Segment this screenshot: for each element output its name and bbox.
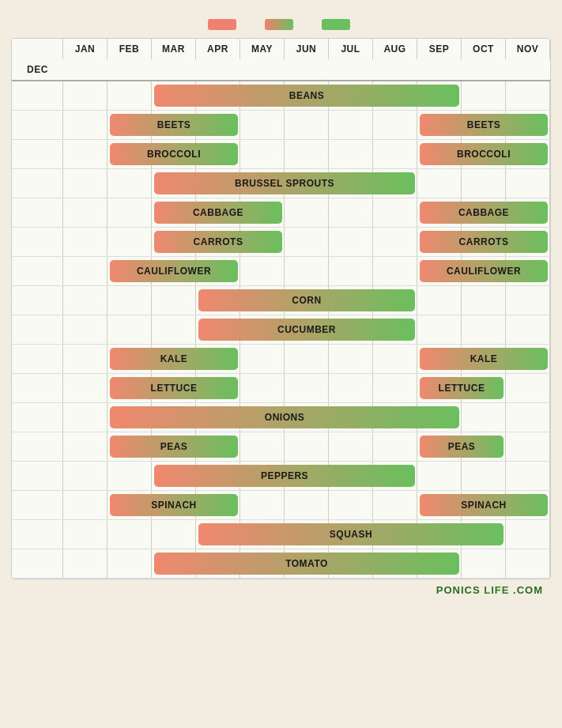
crop-bar-beans: BEANS: [154, 85, 459, 107]
row-col: [107, 169, 152, 198]
crop-bar-corn: CORN: [198, 289, 415, 311]
legend: [11, 19, 551, 30]
crop-row: TOMATO: [12, 549, 550, 579]
row-col: [285, 198, 329, 227]
row-col: [152, 286, 196, 315]
row-col: [329, 198, 373, 227]
row-col: [63, 462, 107, 490]
row-col: [373, 491, 417, 519]
row-col: [12, 140, 63, 168]
row-col: [12, 169, 63, 198]
row-col: [240, 432, 285, 461]
crop-row: CORN: [12, 286, 550, 315]
row-col: [285, 257, 329, 285]
crop-bar-cabbage: CABBAGE: [420, 202, 548, 224]
month-header-jul: JUL: [329, 39, 373, 59]
crop-bar-spinach: SPINACH: [420, 494, 548, 516]
row-col: [152, 520, 196, 549]
crop-bar-broccoli: BROCCOLI: [110, 143, 238, 165]
row-col: [506, 374, 550, 402]
row-col: [285, 345, 329, 373]
row-col: [373, 257, 417, 285]
month-header-feb: FEB: [107, 39, 152, 59]
row-col: [462, 549, 506, 578]
row-col: [12, 403, 63, 432]
crop-bar-lettuce: LETTUCE: [110, 377, 238, 399]
crop-bar-beets: BEETS: [420, 114, 548, 136]
row-col: [506, 286, 550, 315]
crop-row: ONIONS: [12, 403, 550, 432]
row-col: [240, 257, 285, 285]
crop-row: SQUASH: [12, 520, 550, 549]
row-col: [285, 432, 329, 461]
row-col: [373, 345, 417, 373]
row-col: [12, 549, 63, 578]
row-col: [63, 549, 107, 578]
row-col: [373, 228, 417, 256]
row-col: [417, 286, 462, 315]
crop-bar-peas: PEAS: [110, 436, 238, 458]
month-header-sep: SEP: [417, 39, 462, 59]
row-col: [12, 432, 63, 461]
row-col: [12, 286, 63, 315]
crop-bar-onions: ONIONS: [110, 406, 459, 428]
crop-bar-kale: KALE: [110, 348, 238, 370]
crop-row: SPINACHSPINACH: [12, 491, 550, 520]
row-col: [107, 286, 152, 315]
row-col: [329, 345, 373, 373]
month-header-mar: MAR: [152, 39, 196, 59]
crop-bar-tomato: TOMATO: [154, 553, 459, 575]
row-col: [373, 198, 417, 227]
row-col: [63, 345, 107, 373]
crop-row: PEPPERS: [12, 462, 550, 491]
row-col: [462, 462, 506, 490]
row-col: [12, 81, 63, 110]
row-col: [285, 140, 329, 168]
crop-row: KALEKALE: [12, 345, 550, 374]
row-col: [506, 462, 550, 490]
row-col: [373, 111, 417, 139]
row-col: [63, 198, 107, 227]
row-col: [63, 286, 107, 315]
row-col: [329, 228, 373, 256]
crop-bar-cauliflower: CAULIFLOWER: [420, 260, 548, 282]
row-col: [506, 432, 550, 461]
crop-bar-cucumber: CUCUMBER: [198, 319, 415, 341]
month-header-nov: NOV: [506, 39, 550, 59]
crop-row: BRUSSEL SPROUTS: [12, 169, 550, 198]
legend-indoor: [208, 19, 241, 30]
row-col: [12, 111, 63, 139]
crop-row: CAULIFLOWERCAULIFLOWER: [12, 257, 550, 286]
row-col: [107, 520, 152, 549]
crop-bar-peas: PEAS: [420, 436, 504, 458]
row-col: [285, 228, 329, 256]
crop-row: CUCUMBER: [12, 315, 550, 345]
crop-bar-kale: KALE: [420, 348, 548, 370]
footer: PONICS LIFE .COM: [11, 579, 551, 596]
row-col: [240, 374, 285, 402]
crop-bar-brussel-sprouts: BRUSSEL SPROUTS: [154, 172, 415, 194]
row-col: [12, 257, 63, 285]
row-col: [12, 374, 63, 402]
row-col: [240, 111, 285, 139]
row-col: [107, 228, 152, 256]
month-header: JANFEBMARAPRMAYJUNJULAUGSEPOCTNOVDEC: [12, 39, 550, 81]
legend-harvest: [322, 19, 355, 30]
row-col: [63, 257, 107, 285]
row-col: [152, 315, 196, 344]
legend-color-harvest: [322, 19, 350, 30]
row-col: [373, 140, 417, 168]
row-col: [506, 315, 550, 344]
crop-bar-lettuce: LETTUCE: [420, 377, 504, 399]
row-col: [63, 432, 107, 461]
row-col: [417, 169, 462, 198]
row-col: [63, 169, 107, 198]
row-col: [329, 111, 373, 139]
row-col: [285, 491, 329, 519]
row-col: [506, 549, 550, 578]
page: JANFEBMARAPRMAYJUNJULAUGSEPOCTNOVDEC BEA…: [0, 0, 562, 728]
row-col: [63, 403, 107, 432]
row-col: [12, 228, 63, 256]
row-col: [107, 315, 152, 344]
row-col: [107, 462, 152, 490]
